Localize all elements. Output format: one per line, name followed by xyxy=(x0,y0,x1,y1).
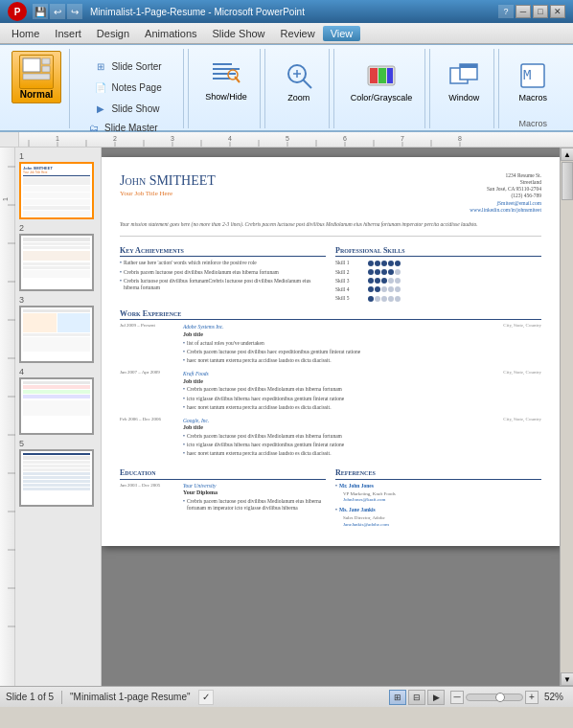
window-label: Window xyxy=(448,93,479,102)
resume-bio: Your mission statement goes here (no mor… xyxy=(120,221,541,228)
minimize-button[interactable]: ─ xyxy=(516,5,531,18)
slide-thumb-2[interactable]: 2 xyxy=(19,223,97,291)
slide-thumb-3[interactable]: 3 xyxy=(19,295,97,363)
slide-canvas[interactable]: John SMITHEET Your Job Title Here 1234 R… xyxy=(102,157,560,546)
canvas-area[interactable]: John SMITHEET Your Job Title Here 1234 R… xyxy=(102,148,560,686)
resume-job-title: Your Job Title Here xyxy=(120,190,216,198)
spell-check-icon[interactable]: ✓ xyxy=(198,690,214,705)
theme-name: "Minimalist 1-page Resume" xyxy=(70,692,190,702)
zoom-button[interactable]: Zoom xyxy=(275,55,323,106)
key-achievements-list: •Rather use here 'action' words which re… xyxy=(120,260,326,291)
resume-name: John SMITHEET xyxy=(120,172,216,190)
svg-rect-16 xyxy=(378,68,386,83)
work-experience-header: Work Experience xyxy=(120,309,541,320)
notes-page-icon: 📄 xyxy=(93,80,108,95)
show-hide-icon xyxy=(209,57,243,92)
scroll-thumb[interactable] xyxy=(562,162,573,200)
macros-icon: M xyxy=(516,58,550,93)
menu-slideshow[interactable]: Slide Show xyxy=(205,26,273,41)
normal-icon xyxy=(19,55,54,89)
ruler-h: 1 2 3 4 5 6 7 8 xyxy=(19,132,573,148)
menu-insert[interactable]: Insert xyxy=(47,26,89,41)
ruler-vertical: 1 xyxy=(0,148,15,686)
slide-sorter-status-btn[interactable]: ⊟ xyxy=(408,690,425,705)
vertical-scrollbar[interactable]: ▲ ▼ xyxy=(560,148,573,686)
status-bar: Slide 1 of 5 "Minimalist 1-page Resume" … xyxy=(0,686,573,707)
normal-view-button[interactable]: Normal xyxy=(11,51,61,103)
scroll-track[interactable] xyxy=(561,161,573,672)
svg-rect-2 xyxy=(42,66,50,72)
svg-line-11 xyxy=(303,80,311,88)
main-area: 1 1 John SMITHEET xyxy=(0,148,573,686)
show-hide-button[interactable]: Show/Hide xyxy=(198,55,254,105)
svg-text:7: 7 xyxy=(401,135,404,142)
thumbnails-panel: 1 John SMITHEET Your Job Title Here 2 xyxy=(15,148,102,686)
ruler-corner xyxy=(0,132,19,148)
scroll-down-button[interactable]: ▼ xyxy=(561,672,573,686)
help-icon[interactable]: ? xyxy=(498,5,514,18)
svg-text:3: 3 xyxy=(171,135,174,142)
svg-rect-7 xyxy=(213,78,230,80)
svg-text:2: 2 xyxy=(113,135,117,142)
menu-bar: Home Insert Design Animations Slide Show… xyxy=(0,23,573,44)
svg-rect-6 xyxy=(213,73,236,75)
scroll-up-button[interactable]: ▲ xyxy=(561,148,573,161)
resume-contact: 1234 Resume St. Streetland San José, CA … xyxy=(470,172,541,214)
undo-icon[interactable]: ↩ xyxy=(50,4,65,19)
ref-1: •Mr. John Jones VP Marketing, Kraft Food… xyxy=(335,483,541,504)
svg-text:4: 4 xyxy=(228,135,232,142)
ref-2: •Ms. Jane Jankis Sales Director, Adobe J… xyxy=(335,507,541,528)
show-hide-label: Show/Hide xyxy=(205,92,247,102)
slide-show-status-btn[interactable]: ▶ xyxy=(427,690,445,705)
slide-show-button[interactable]: ▶ Slide Show xyxy=(88,99,166,118)
window-button[interactable]: Window xyxy=(440,55,488,106)
menu-view[interactable]: View xyxy=(323,26,361,41)
zoom-level: 52% xyxy=(540,692,567,702)
menu-review[interactable]: Review xyxy=(273,26,323,41)
ribbon: Normal ⊞ Slide Sorter 📄 Notes Page ▶ Sli… xyxy=(0,44,573,132)
redo-icon[interactable]: ↪ xyxy=(67,4,82,19)
svg-rect-1 xyxy=(42,58,50,64)
color-grayscale-button[interactable]: Color/Grayscale xyxy=(344,55,420,106)
svg-text:6: 6 xyxy=(343,135,347,142)
education-header: Education xyxy=(120,468,326,479)
professional-skills-header: Professional Skills xyxy=(335,246,541,257)
app-icon: P xyxy=(8,2,27,21)
color-grayscale-icon xyxy=(364,58,399,93)
skills-list: Skill 1 Skill 2 xyxy=(335,260,541,302)
svg-rect-5 xyxy=(213,68,240,70)
slide-thumb-4[interactable]: 4 xyxy=(19,367,97,435)
zoom-label: Zoom xyxy=(287,93,309,102)
slide-sorter-button[interactable]: ⊞ Slide Sorter xyxy=(88,57,166,76)
slide-show-icon: ▶ xyxy=(93,101,108,116)
zoom-slider[interactable] xyxy=(466,694,523,701)
maximize-button[interactable]: □ xyxy=(533,5,548,18)
menu-home[interactable]: Home xyxy=(4,26,47,41)
ruler-horizontal: 1 2 3 4 5 6 7 8 xyxy=(0,132,573,148)
notes-page-button[interactable]: 📄 Notes Page xyxy=(88,78,166,97)
edu-entry-1: Jan 2003 – Dec 2005 Your University Your… xyxy=(120,483,326,513)
svg-rect-20 xyxy=(460,64,477,68)
zoom-in-button[interactable]: + xyxy=(525,691,539,704)
normal-label: Normal xyxy=(20,89,53,100)
work-entry-2: Jan 2007 – Apr 2009 Kraft FoodsCity, Sta… xyxy=(120,370,541,413)
svg-rect-15 xyxy=(370,68,378,83)
slide-thumb-1[interactable]: 1 John SMITHEET Your Job Title Here xyxy=(19,151,97,219)
work-entry-1: Jul 2009 – Present Adobe Systems Inc.Cit… xyxy=(120,323,541,366)
zoom-thumb[interactable] xyxy=(495,693,505,702)
slide-sorter-icon: ⊞ xyxy=(93,58,108,74)
svg-text:1: 1 xyxy=(2,197,9,201)
macros-button[interactable]: M Macros xyxy=(509,55,557,106)
menu-design[interactable]: Design xyxy=(89,26,137,41)
normal-view-status-btn[interactable]: ⊞ xyxy=(389,690,406,705)
close-button[interactable]: ✕ xyxy=(550,5,565,18)
zoom-control[interactable]: ─ + 52% xyxy=(450,691,567,704)
macros-label: Macros xyxy=(518,93,547,102)
slide-thumb-5[interactable]: 5 xyxy=(19,439,97,507)
title-bar: P 💾 ↩ ↪ Minimalist-1-Page-Resume - Micro… xyxy=(0,0,573,23)
color-grayscale-label: Color/Grayscale xyxy=(351,93,413,102)
quick-save-icon[interactable]: 💾 xyxy=(33,4,48,19)
zoom-out-button[interactable]: ─ xyxy=(450,691,464,704)
menu-animations[interactable]: Animations xyxy=(137,26,204,41)
resume-content: John SMITHEET Your Job Title Here 1234 R… xyxy=(102,157,560,546)
